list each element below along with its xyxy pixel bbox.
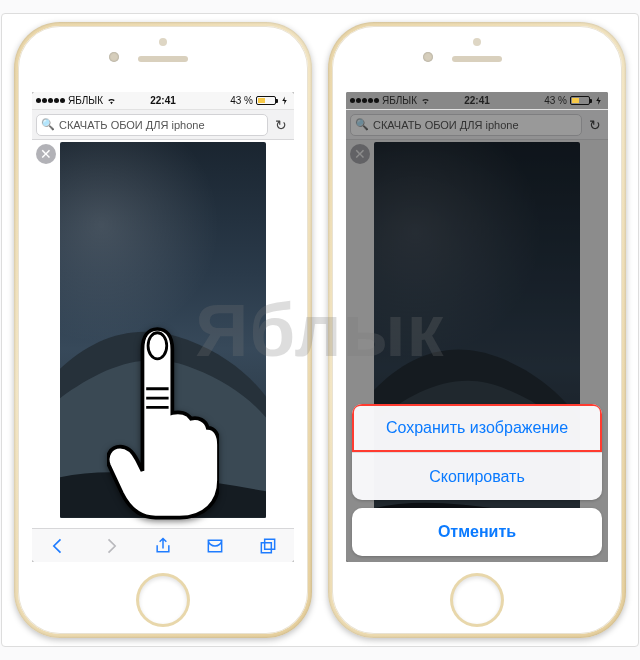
- tap-gesture-icon: [107, 314, 219, 524]
- screen-left: ЯБЛЫК 22:41 43 % 🔍 СКАЧАТЬ ОБОИ ДЛЯ ipho…: [32, 92, 294, 562]
- back-icon[interactable]: [48, 536, 68, 556]
- charging-icon: [593, 95, 604, 106]
- tabs-icon[interactable]: [258, 536, 278, 556]
- charging-icon: [279, 95, 290, 106]
- home-button[interactable]: [453, 576, 501, 624]
- status-time: 22:41: [464, 95, 490, 106]
- save-image-button[interactable]: Сохранить изображение: [352, 404, 602, 452]
- close-icon[interactable]: ✕: [36, 144, 56, 164]
- signal-dots-icon: [36, 98, 65, 103]
- battery-percent: 43 %: [544, 95, 567, 106]
- copy-button[interactable]: Скопировать: [352, 452, 602, 500]
- action-sheet: Сохранить изображение Скопировать Отмени…: [352, 404, 602, 556]
- screen-right: ЯБЛЫК 22:41 43 % 🔍 СКАЧАТЬ ОБОИ ДЛЯ ipho…: [346, 92, 608, 562]
- wifi-icon: [420, 95, 431, 106]
- battery-icon: [256, 96, 276, 105]
- search-field[interactable]: 🔍 СКАЧАТЬ ОБОИ ДЛЯ iphone: [36, 114, 268, 136]
- status-time: 22:41: [150, 95, 176, 106]
- cancel-button[interactable]: Отменить: [352, 508, 602, 556]
- status-bar: ЯБЛЫК 22:41 43 %: [32, 92, 294, 110]
- close-icon: ✕: [350, 144, 370, 164]
- search-text: СКАЧАТЬ ОБОИ ДЛЯ iphone: [59, 119, 205, 131]
- phone-right: ЯБЛЫК 22:41 43 % 🔍 СКАЧАТЬ ОБОИ ДЛЯ ipho…: [328, 22, 626, 638]
- page-content: ✕: [32, 140, 294, 528]
- battery-percent: 43 %: [230, 95, 253, 106]
- search-field: 🔍 СКАЧАТЬ ОБОИ ДЛЯ iphone: [350, 114, 582, 136]
- address-bar: 🔍 СКАЧАТЬ ОБОИ ДЛЯ iphone ↻: [346, 110, 608, 140]
- carrier-name: ЯБЛЫК: [68, 95, 103, 106]
- phone-left: ЯБЛЫК 22:41 43 % 🔍 СКАЧАТЬ ОБОИ ДЛЯ ipho…: [14, 22, 312, 638]
- reload-icon[interactable]: ↻: [272, 117, 290, 133]
- search-icon: 🔍: [41, 118, 55, 131]
- home-button[interactable]: [139, 576, 187, 624]
- safari-toolbar: [32, 528, 294, 562]
- battery-icon: [570, 96, 590, 105]
- search-text: СКАЧАТЬ ОБОИ ДЛЯ iphone: [373, 119, 519, 131]
- forward-icon: [101, 536, 121, 556]
- reload-icon: ↻: [586, 117, 604, 133]
- address-bar: 🔍 СКАЧАТЬ ОБОИ ДЛЯ iphone ↻: [32, 110, 294, 140]
- carrier-name: ЯБЛЫК: [382, 95, 417, 106]
- share-icon[interactable]: [153, 536, 173, 556]
- signal-dots-icon: [350, 98, 379, 103]
- status-bar: ЯБЛЫК 22:41 43 %: [346, 92, 608, 110]
- search-icon: 🔍: [355, 118, 369, 131]
- wifi-icon: [106, 95, 117, 106]
- bookmarks-icon[interactable]: [205, 536, 225, 556]
